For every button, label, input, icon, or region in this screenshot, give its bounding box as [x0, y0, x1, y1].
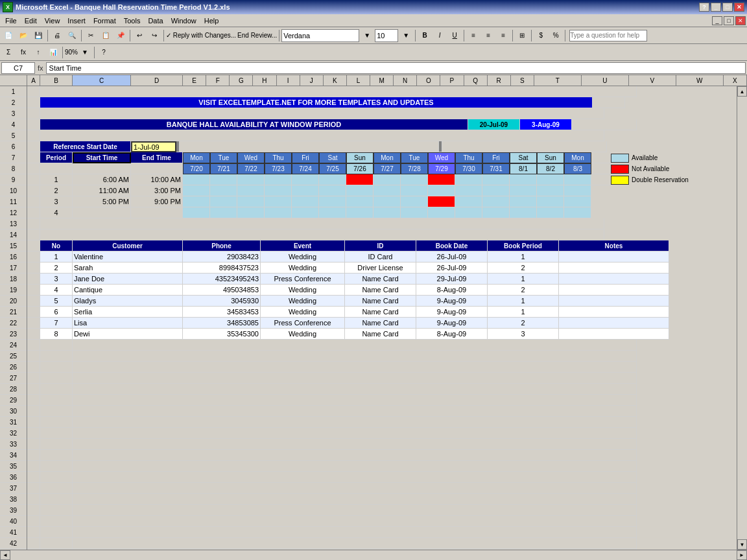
date-10[interactable]: 7/29 — [428, 163, 455, 174]
dr6-id[interactable]: Name Card — [345, 307, 416, 318]
rn-4[interactable]: 4 — [0, 119, 27, 130]
redo-button[interactable]: ↪ — [147, 29, 161, 43]
start-2[interactable]: 11:00 AM — [73, 185, 131, 196]
day-6[interactable]: Sat — [319, 152, 346, 163]
scroll-left-btn[interactable]: ◄ — [0, 550, 10, 560]
p3-d5[interactable] — [292, 196, 319, 207]
col-M[interactable]: M — [370, 75, 394, 86]
r34-rest[interactable] — [73, 450, 637, 461]
col-C[interactable]: C — [73, 75, 131, 86]
menu-help[interactable]: Help — [200, 16, 223, 26]
date-11[interactable]: 7/30 — [455, 163, 482, 174]
end-2[interactable]: 3:00 PM — [131, 185, 183, 196]
r4-legend-area[interactable] — [572, 119, 637, 130]
p4-d1[interactable] — [183, 207, 210, 218]
date-14[interactable]: 8/2 — [537, 163, 564, 174]
r43-a[interactable] — [27, 549, 40, 550]
date-12[interactable]: 7/31 — [482, 163, 510, 174]
dr3-a[interactable] — [27, 274, 40, 285]
dr8-a[interactable] — [27, 329, 40, 340]
r4-a[interactable] — [27, 119, 40, 130]
date-15[interactable]: 8/3 — [564, 163, 591, 174]
p2-d12[interactable] — [482, 185, 510, 196]
menu-edit[interactable]: Edit — [21, 16, 41, 26]
dr8-phone[interactable]: 35345300 — [183, 329, 261, 340]
end-1[interactable]: 10:00 AM — [131, 174, 183, 185]
r26-a[interactable] — [27, 362, 40, 373]
date-2[interactable]: 7/21 — [210, 163, 237, 174]
undo-button[interactable]: ↩ — [132, 29, 147, 43]
r24-b[interactable] — [40, 340, 73, 351]
app-close[interactable]: ✕ — [735, 16, 746, 25]
r42-b[interactable] — [40, 538, 73, 549]
r40-b[interactable] — [40, 516, 73, 527]
p4-d12[interactable] — [482, 207, 510, 218]
r39-rest[interactable] — [73, 505, 637, 516]
th-bookdate[interactable]: Book Date — [416, 240, 488, 251]
app-restore[interactable]: □ — [724, 16, 734, 25]
dr5-customer[interactable]: Gladys — [73, 296, 183, 307]
col-P[interactable]: P — [440, 75, 464, 86]
p3-d9[interactable] — [401, 196, 428, 207]
save-button[interactable]: 💾 — [31, 29, 45, 43]
r42-a[interactable] — [27, 538, 40, 549]
r24-rest[interactable] — [73, 340, 637, 351]
end-4[interactable] — [131, 207, 183, 218]
col-S[interactable]: S — [511, 75, 534, 86]
dr2-bookperiod[interactable]: 2 — [488, 262, 559, 274]
menu-data[interactable]: Data — [144, 16, 167, 26]
rn-20[interactable]: 20 — [0, 296, 27, 307]
r36-a[interactable] — [27, 472, 40, 483]
r40-rest[interactable] — [73, 516, 637, 527]
p2-d15[interactable] — [564, 185, 591, 196]
rn-24[interactable]: 24 — [0, 340, 27, 351]
italic-button[interactable]: I — [433, 29, 447, 43]
r37-rest[interactable] — [73, 483, 637, 494]
rn-6[interactable]: 6 — [0, 141, 27, 152]
col-E[interactable]: E — [183, 75, 206, 86]
paste-button[interactable]: 📌 — [113, 29, 128, 43]
rn-15[interactable]: 15 — [0, 240, 27, 251]
dr3-id[interactable]: Name Card — [345, 274, 416, 285]
dr5-phone[interactable]: 3045930 — [183, 296, 261, 307]
minimize-button[interactable]: _ — [711, 3, 721, 12]
ref-scroll-track[interactable] — [180, 141, 439, 152]
dr5-no[interactable]: 5 — [40, 296, 73, 307]
start-1[interactable]: 6:00 AM — [73, 174, 131, 185]
col-U[interactable]: U — [582, 75, 629, 86]
dr5-notes[interactable] — [559, 296, 669, 307]
rn-16[interactable]: 16 — [0, 251, 27, 262]
p3-d7[interactable] — [346, 196, 374, 207]
r31-a[interactable] — [27, 417, 40, 428]
rn-29[interactable]: 29 — [0, 395, 27, 406]
day-7[interactable]: Sun — [346, 152, 374, 163]
r37-b[interactable] — [40, 483, 73, 494]
menu-insert[interactable]: Insert — [64, 16, 89, 26]
r35-b[interactable] — [40, 461, 73, 472]
date-1[interactable]: 7/20 — [183, 163, 210, 174]
p1-d1[interactable] — [183, 174, 210, 185]
p3-d14[interactable] — [537, 196, 564, 207]
col-V[interactable]: V — [629, 75, 676, 86]
day-13[interactable]: Sat — [510, 152, 537, 163]
r38-b[interactable] — [40, 494, 73, 505]
r1-b[interactable] — [40, 86, 73, 97]
p2-d1[interactable] — [183, 185, 210, 196]
p4-d9[interactable] — [401, 207, 428, 218]
percent-button[interactable]: % — [549, 29, 563, 43]
dr1-bookdate[interactable]: 26-Jul-09 — [416, 251, 488, 262]
p3-d10[interactable] — [428, 196, 455, 207]
p4-d7[interactable] — [346, 207, 374, 218]
r25-rest[interactable] — [73, 351, 637, 362]
cell-reference[interactable]: C7 — [1, 62, 35, 74]
dr8-notes[interactable] — [559, 329, 669, 340]
p1-d2[interactable] — [210, 174, 237, 185]
p2-d14[interactable] — [537, 185, 564, 196]
scroll-up[interactable]: ▲ — [737, 86, 747, 97]
dr8-id[interactable]: Name Card — [345, 329, 416, 340]
p4-d14[interactable] — [537, 207, 564, 218]
col-B[interactable]: B — [40, 75, 73, 86]
p1-d15[interactable] — [564, 174, 591, 185]
p4-d11[interactable] — [455, 207, 482, 218]
day-11[interactable]: Thu — [455, 152, 482, 163]
